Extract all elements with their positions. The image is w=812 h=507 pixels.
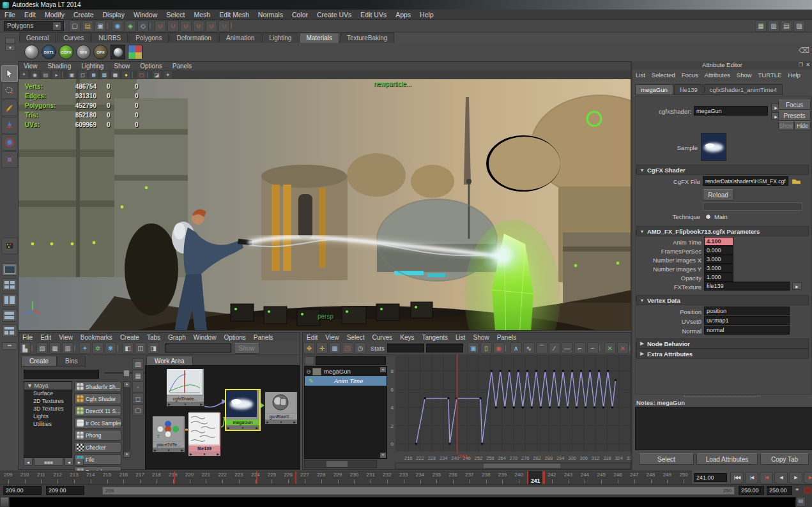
hypershade-menu-bookmarks[interactable]: Bookmarks xyxy=(77,334,116,341)
select-tool[interactable] xyxy=(1,65,18,82)
shelf-tab-texturebaking[interactable]: TextureBaking xyxy=(340,33,394,43)
notes-resize-handle[interactable] xyxy=(684,396,760,398)
show-downstream-icon[interactable]: ◨ xyxy=(148,342,159,354)
playback-end-input[interactable] xyxy=(739,486,764,495)
select-object-icon[interactable]: ◈ xyxy=(125,20,136,32)
shelf-tab-deformation[interactable]: Deformation xyxy=(169,33,218,43)
shelf-tab-lighting[interactable]: Lighting xyxy=(262,33,298,43)
lights-mode-icon[interactable]: ● xyxy=(121,70,131,79)
menu-color[interactable]: Color xyxy=(287,11,312,19)
create-node-directx-11-s-[interactable]: DirectX 11 S... xyxy=(74,405,121,416)
tree-item-surface[interactable]: Surface xyxy=(24,390,72,397)
vertex-data-section-header[interactable]: ▼ Vertex Data xyxy=(636,295,809,305)
node-list-scrollbar[interactable]: ▲ ▼ xyxy=(123,381,130,458)
create-filter-input[interactable] xyxy=(24,370,99,379)
viewport-menu-show[interactable]: Show xyxy=(109,63,135,70)
ae-menu-turtle[interactable]: TURTLE xyxy=(755,72,785,79)
shelf-tab-materials[interactable]: Materials xyxy=(299,33,339,43)
create-node-ir-occ-sampler[interactable]: Ir Occ Sampler xyxy=(74,418,121,428)
retime-tool-icon[interactable]: ◷ xyxy=(355,342,366,354)
select-component-icon[interactable]: ◇ xyxy=(137,20,149,32)
notes-textarea[interactable] xyxy=(635,407,812,450)
presets-button[interactable]: Presets xyxy=(778,110,811,121)
lattice-deform-keys-icon[interactable]: ▦ xyxy=(329,342,341,354)
xray-icon[interactable]: ◪ xyxy=(152,70,162,79)
menu-normals[interactable]: Normals xyxy=(254,11,287,19)
hypershade-search-input[interactable] xyxy=(165,344,231,352)
animation-start-input[interactable] xyxy=(3,486,42,495)
command-line-input[interactable] xyxy=(9,497,796,507)
snap-view-icon[interactable]: ∪ xyxy=(193,20,204,32)
tree-item-utilities[interactable]: Utilities xyxy=(24,420,72,428)
bookmark-icon[interactable]: ▸ xyxy=(52,70,61,79)
cgfx-shader-section-header[interactable]: ▼ CgFX Shader xyxy=(636,165,809,175)
anim-time-input[interactable] xyxy=(704,237,733,246)
node-behavior-section-header[interactable]: ▶ Node Behavior xyxy=(636,338,809,349)
swap-buffer-curve-icon[interactable]: ✕ xyxy=(617,342,629,354)
framespersec-input[interactable] xyxy=(704,246,733,255)
graph-filter-icon[interactable] xyxy=(305,356,314,365)
toolbar-separator[interactable]: ▏ xyxy=(64,22,68,31)
linear-tangent-icon[interactable]: ∕ xyxy=(549,342,560,354)
channel-box-toggle-icon[interactable]: ▨ xyxy=(793,20,805,32)
browse-folder-icon[interactable] xyxy=(791,176,802,185)
menu-edit[interactable]: Edit xyxy=(20,11,40,19)
hypershade-menu-graph[interactable]: Graph xyxy=(164,334,190,341)
graph-filter-input[interactable] xyxy=(316,356,386,365)
ae-menu-attributes[interactable]: Attributes xyxy=(701,72,733,79)
image-plane-icon[interactable]: ▣ xyxy=(67,70,77,79)
tree-item-3d-textures[interactable]: 3D Textures xyxy=(24,405,72,412)
hypershade-menu-edit[interactable]: Edit xyxy=(36,334,55,341)
copy-tab-button[interactable]: Copy Tab xyxy=(760,453,809,465)
scale-tool[interactable] xyxy=(1,151,18,168)
viewport-menu-view[interactable]: View xyxy=(19,63,43,70)
hypershade-menu-options[interactable]: Options xyxy=(220,334,249,341)
current-frame-marker[interactable]: 241 xyxy=(527,471,544,484)
hypershade-menu-window[interactable]: Window xyxy=(190,334,220,341)
toggle-create-bar-icon[interactable]: ▙ xyxy=(19,342,31,354)
stats-value-input[interactable] xyxy=(426,344,463,352)
paint-select-tool[interactable] xyxy=(1,100,18,116)
menu-apps[interactable]: Apps xyxy=(391,11,415,19)
outliner-item-megagun[interactable]: ⊖ megaGun xyxy=(305,367,387,376)
outliner-hscrollbar[interactable] xyxy=(304,460,377,468)
shader-name-input[interactable] xyxy=(694,106,768,116)
graph-menu-tangents[interactable]: Tangents xyxy=(418,334,452,341)
shelf-tab-animation[interactable]: Animation xyxy=(219,33,261,43)
ae-tab-file139[interactable]: file139 xyxy=(674,84,703,95)
number-images-x-input[interactable] xyxy=(704,255,733,264)
tool-settings-toggle-icon[interactable]: ▤ xyxy=(781,20,792,32)
rearrange-graph-icon[interactable]: ✲ xyxy=(92,342,103,354)
hide-button[interactable]: Hide xyxy=(794,121,811,130)
dx11-shader-icon[interactable]: DXT1 xyxy=(42,45,56,59)
viewport-menu-lighting[interactable]: Lighting xyxy=(76,63,109,70)
node-cgfxshader[interactable]: cgfxShade... ▶▼▶ xyxy=(166,368,204,407)
current-time-input[interactable] xyxy=(694,473,727,482)
ramp-icon[interactable] xyxy=(128,45,142,59)
snap-live-icon[interactable]: ∪ xyxy=(218,20,230,32)
playback-start-input[interactable] xyxy=(46,486,84,495)
outliner-item-anim-time[interactable]: ✎ Anim Time xyxy=(305,376,387,386)
shelf-tab-nurbs[interactable]: NURBS xyxy=(91,33,128,43)
menu-set-selector[interactable]: Polygons ▼ xyxy=(4,21,64,31)
mel-toggle-button[interactable] xyxy=(0,497,9,507)
isolate-select-icon[interactable]: ▢ xyxy=(137,70,146,79)
node-megagun-selected[interactable]: megaGun ▶▼▶ xyxy=(225,389,261,431)
menu-display[interactable]: Display xyxy=(98,11,128,19)
title-bar[interactable]: Autodesk Maya LT 2014 xyxy=(0,0,812,10)
load-attributes-button[interactable]: Load Attributes xyxy=(696,453,758,465)
layout-shortcut-more-button[interactable] xyxy=(2,342,17,350)
graph-menu-edit[interactable]: Edit xyxy=(303,334,321,341)
save-scene-icon[interactable]: ▣ xyxy=(95,20,106,32)
ae-menu-help[interactable]: Help xyxy=(785,72,804,79)
ae-tab-megagun[interactable]: megaGun xyxy=(635,84,673,95)
node-place2dtexture[interactable]: T place2dTe... ▶▼▶ xyxy=(152,416,185,453)
animation-end-input[interactable] xyxy=(767,486,792,495)
outliner-scroll-up[interactable]: ▲ xyxy=(380,367,386,372)
textured-mode-icon[interactable]: ▩ xyxy=(100,70,109,79)
swatch-medium-icon[interactable]: ◻ xyxy=(132,393,144,404)
number-images-y-input[interactable] xyxy=(704,264,733,273)
snap-curve-icon[interactable]: ∪ xyxy=(167,20,179,32)
collapse-icon[interactable]: ⊖ xyxy=(305,368,312,375)
viewport-menu-shading[interactable]: Shading xyxy=(43,63,77,70)
